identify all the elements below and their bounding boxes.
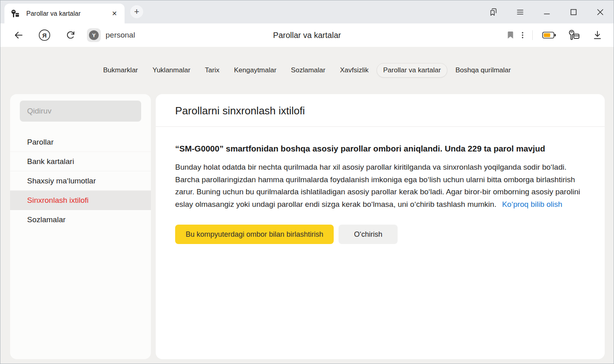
learn-more-link[interactable]: Ko‘proq bilib olish — [502, 200, 562, 208]
page-title: Parollar va kartalar — [273, 31, 341, 40]
tab-parollar-va-kartalar[interactable]: Parollar va kartalar ✕ — [4, 4, 125, 23]
nav-tab-sozlamalar[interactable]: Sozlamalar — [284, 63, 332, 78]
toolbar-divider — [532, 30, 533, 40]
maximize-icon[interactable] — [560, 0, 587, 23]
profile-chip[interactable]: Y personal — [87, 28, 135, 42]
more-options-icon[interactable] — [517, 27, 528, 43]
browser-window: Parollar va kartalar ✕ + — [0, 0, 614, 364]
window-close-icon[interactable] — [587, 0, 614, 23]
sidebar-item-sinxronlash-ixtilofi[interactable]: Sinxronlash ixtilofi — [10, 191, 151, 210]
new-tab-button[interactable]: + — [130, 5, 143, 18]
nav-tab-bukmarklar[interactable]: Bukmarklar — [97, 63, 144, 78]
downloads-icon[interactable] — [589, 27, 606, 43]
content-row: Parollar Bank kartalari Shaxsiy ma‘lumot… — [10, 94, 605, 359]
sidebar-panel: Parollar Bank kartalari Shaxsiy ma‘lumot… — [10, 94, 151, 359]
minimize-icon[interactable] — [534, 0, 560, 23]
nav-tab-yuklanmalar[interactable]: Yuklanmalar — [146, 63, 197, 78]
reload-icon[interactable] — [63, 27, 78, 43]
profile-avatar: Y — [87, 28, 101, 42]
description-paragraph-1: Bunday holat odatda bir nechta qurilmada… — [175, 163, 566, 171]
profile-name: personal — [106, 31, 135, 40]
sidebar-item-shaxsiy-malumotlar[interactable]: Shaxsiy ma‘lumotlar — [10, 171, 151, 191]
main-body: “SM-G0000” smartfonidan boshqa asosiy pa… — [156, 127, 605, 244]
tab-close-icon[interactable]: ✕ — [109, 8, 120, 19]
window-controls — [480, 0, 614, 23]
search-input[interactable] — [20, 101, 141, 122]
nav-tab-tarix[interactable]: Tarix — [199, 63, 226, 78]
nav-tab-boshqa-qurilmalar[interactable]: Boshqa qurilmalar — [449, 63, 517, 78]
tab-title: Parollar va kartalar — [26, 10, 109, 17]
settings-nav: Bukmarklar Yuklanmalar Tarix Kengaytmala… — [0, 47, 614, 78]
conflict-heading: “SM-G0000” smartfonidan boshqa asosiy pa… — [175, 142, 559, 155]
main-heading: Parollarni sinxronlash ixtilofi — [156, 94, 605, 117]
sidebar-list: Parollar Bank kartalari Shaxsiy ma‘lumot… — [10, 133, 151, 229]
menu-icon[interactable] — [507, 0, 534, 23]
yandex-letter: Я — [42, 32, 47, 39]
back-icon[interactable] — [11, 27, 26, 43]
toolbar: Я Y personal Parollar va kartalar — [0, 23, 614, 47]
sidebar-item-bank-kartalari[interactable]: Bank kartalari — [10, 152, 151, 171]
conflict-description: Bunday holat odatda bir nechta qurilmada… — [175, 161, 585, 210]
side-panels-icon[interactable] — [480, 0, 507, 23]
profile-initial: Y — [89, 30, 99, 40]
action-buttons: Bu kompyuterdagi ombor bilan birlashtiri… — [175, 225, 585, 244]
nav-tab-parollar-va-kartalar[interactable]: Parollar va kartalar — [377, 63, 447, 78]
passwords-favicon-icon — [10, 9, 20, 19]
yandex-home-icon[interactable]: Я — [37, 27, 52, 43]
content-area: Bukmarklar Yuklanmalar Tarix Kengaytmala… — [0, 47, 614, 364]
merge-storage-button[interactable]: Bu kompyuterdagi ombor bilan birlashtiri… — [175, 225, 334, 244]
battery-saver-icon[interactable] — [540, 27, 558, 43]
toolbar-right-group — [504, 27, 606, 43]
bookmark-icon[interactable] — [504, 27, 517, 43]
tab-strip: Parollar va kartalar ✕ + — [0, 0, 614, 23]
delete-storage-button[interactable]: O‘chirish — [339, 225, 398, 244]
sidebar-item-parollar[interactable]: Parollar — [10, 133, 151, 152]
sidebar-item-sozlamalar[interactable]: Sozlamalar — [10, 210, 151, 229]
main-panel: Parollarni sinxronlash ixtilofi “SM-G000… — [156, 94, 605, 359]
nav-tab-xavfsizlik[interactable]: Xavfsizlik — [333, 63, 375, 78]
nav-tab-kengaytmalar[interactable]: Kengaytmalar — [227, 63, 283, 78]
password-manager-icon[interactable] — [565, 27, 583, 43]
